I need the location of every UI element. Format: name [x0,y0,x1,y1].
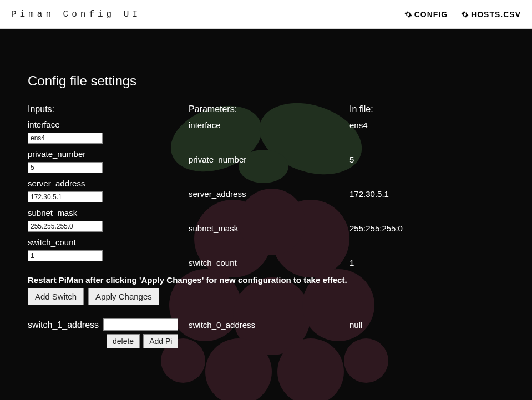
delete-button[interactable]: delete [107,334,140,348]
label-private-number: private_number [28,149,189,159]
gear-icon [461,11,469,18]
brand-title: Piman Config UI [11,9,141,19]
topbar: Piman Config UI CONFIG HOSTS.CSV [0,0,532,29]
in-file-column: In file: ens4 5 172.30.5.1 255:255:255:0… [349,104,460,272]
restart-notice: Restart PiMan after clicking 'Apply Chan… [28,275,504,285]
nav-config[interactable]: CONFIG [404,10,448,19]
input-subnet-mask[interactable] [28,221,103,232]
parameters-column: Parameters: interface private_number ser… [189,104,349,272]
label-interface: interface [28,120,189,129]
file-private-number: 5 [349,154,460,165]
top-nav: CONFIG HOSTS.CSV [404,10,521,19]
file-server-address: 172.30.5.1 [349,189,460,200]
label-subnet-mask: subnet_mask [28,208,189,217]
input-server-address[interactable] [28,191,103,202]
nav-hosts[interactable]: HOSTS.CSV [461,10,521,19]
parameters-header: Parameters: [189,104,349,114]
gear-icon [404,11,412,18]
param-interface: interface [189,120,349,131]
label-switch-count: switch_count [28,237,189,247]
inputs-column: Inputs: interface private_number server_… [28,104,189,272]
param-subnet-mask: subnet_mask [189,223,349,234]
switch-1-label: switch_1_address [28,319,99,330]
page-title: Config file settings [28,73,504,89]
apply-changes-button[interactable]: Apply Changes [88,288,159,305]
add-switch-button[interactable]: Add Switch [28,288,84,305]
input-switch-count[interactable] [28,250,103,261]
input-switch-1-address[interactable] [103,318,178,331]
param-private-number: private_number [189,154,349,165]
in-file-header: In file: [349,104,460,114]
param-switch-count: switch_count [189,257,349,269]
input-private-number[interactable] [28,162,103,173]
inputs-header: Inputs: [28,104,189,114]
param-server-address: server_address [189,189,349,200]
file-switch-0: null [349,320,460,331]
input-interface[interactable] [28,133,103,144]
label-server-address: server_address [28,179,189,188]
file-subnet-mask: 255:255:255:0 [349,223,460,234]
nav-config-label: CONFIG [414,10,448,19]
file-switch-count: 1 [349,257,460,269]
file-interface: ens4 [349,120,460,131]
nav-hosts-label: HOSTS.CSV [471,10,521,19]
add-pi-button[interactable]: Add Pi [143,334,178,348]
param-switch-0: switch_0_address [189,320,349,331]
